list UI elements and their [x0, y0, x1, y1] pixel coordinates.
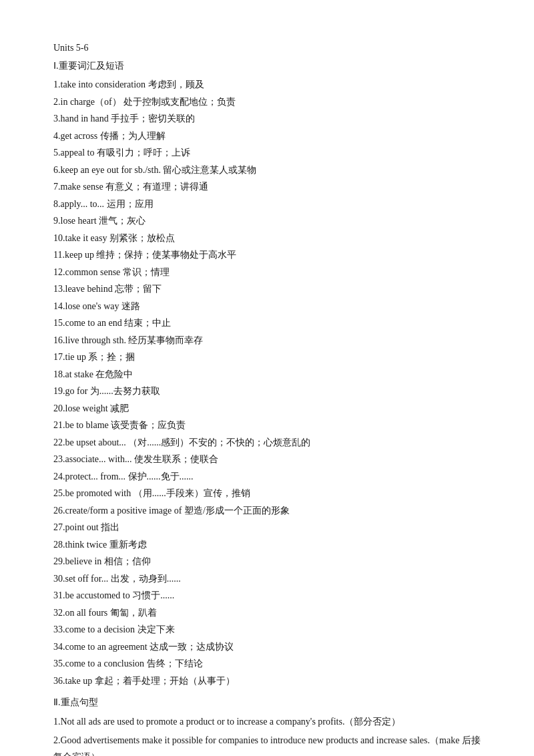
title-text: Units 5-6 [53, 43, 89, 53]
vocab-item: 19.go for 为......去努力获取 [53, 383, 481, 400]
vocab-list: 1.take into consideration 考虑到，顾及2.in cha… [53, 77, 481, 689]
vocab-item: 15.come to an end 结束；中止 [53, 315, 481, 332]
vocab-item: 35.come to a conclusion 告终；下结论 [53, 656, 481, 673]
vocab-item: 33.come to a decision 决定下来 [53, 622, 481, 638]
vocab-item: 7.make sense 有意义；有道理；讲得通 [53, 179, 481, 196]
vocab-item: 17.tie up 系；拴；捆 [53, 349, 481, 366]
vocab-item: 8.apply... to... 运用；应用 [53, 196, 481, 213]
vocab-item: 10.take it easy 别紧张；放松点 [53, 230, 481, 247]
vocab-item: 6.keep an eye out for sb./sth. 留心或注意某人或某… [53, 162, 481, 179]
vocab-item: 32.on all fours 匍匐，趴着 [53, 605, 481, 622]
section1-title: Ⅰ.重要词汇及短语 [53, 58, 481, 75]
sentence-item: 2.Good advertisements make it possible f… [53, 733, 481, 756]
vocab-item: 21.be to blame 该受责备；应负责 [53, 417, 481, 434]
vocab-item: 3.hand in hand 手拉手；密切关联的 [53, 111, 481, 128]
section2-title: Ⅱ.重点句型 [53, 695, 481, 711]
vocab-item: 29.believe in 相信；信仰 [53, 554, 481, 570]
section2-label: Ⅱ.重点句型 [53, 697, 98, 707]
vocab-item: 23.associate... with... 使发生联系；使联合 [53, 451, 481, 468]
vocab-item: 31.be accustomed to 习惯于...... [53, 588, 481, 604]
sentence-list: 1.Not all ads are used to promote a prod… [53, 714, 481, 757]
vocab-item: 36.take up 拿起；着手处理；开始（从事于） [53, 673, 481, 690]
vocab-item: 22.be upset about... （对......感到）不安的；不快的；… [53, 435, 481, 451]
vocab-item: 11.keep up 维持；保持；使某事物处于高水平 [53, 247, 481, 264]
sentence-item: 1.Not all ads are used to promote a prod… [53, 714, 481, 731]
page-container: Units 5-6 Ⅰ.重要词汇及短语 1.take into consider… [0, 0, 534, 756]
vocab-item: 14.lose one's way 迷路 [53, 299, 481, 315]
vocab-item: 12.common sense 常识；情理 [53, 264, 481, 281]
section1-label: Ⅰ.重要词汇及短语 [53, 61, 124, 71]
vocab-item: 5.appeal to 有吸引力；呼吁；上诉 [53, 145, 481, 162]
vocab-item: 18.at stake 在危险中 [53, 367, 481, 383]
vocab-item: 9.lose heart 泄气；灰心 [53, 213, 481, 230]
vocab-item: 20.lose weight 减肥 [53, 401, 481, 417]
vocab-item: 13.leave behind 忘带；留下 [53, 281, 481, 298]
vocab-item: 2.in charge（of） 处于控制或支配地位；负责 [53, 94, 481, 111]
page-title: Units 5-6 [53, 40, 481, 57]
vocab-item: 30.set off for... 出发，动身到...... [53, 571, 481, 588]
vocab-item: 4.get across 传播；为人理解 [53, 128, 481, 145]
vocab-item: 16.live through sth. 经历某事物而幸存 [53, 333, 481, 349]
vocab-item: 26.create/form a positive image of 塑造/形成… [53, 503, 481, 520]
vocab-item: 25.be promoted with （用......手段来）宣传，推销 [53, 486, 481, 502]
vocab-item: 1.take into consideration 考虑到，顾及 [53, 77, 481, 93]
vocab-item: 28.think twice 重新考虑 [53, 537, 481, 554]
vocab-item: 24.protect... from... 保护......免于...... [53, 469, 481, 486]
vocab-item: 34.come to an agreement 达成一致；达成协议 [53, 639, 481, 656]
vocab-item: 27.point out 指出 [53, 520, 481, 536]
